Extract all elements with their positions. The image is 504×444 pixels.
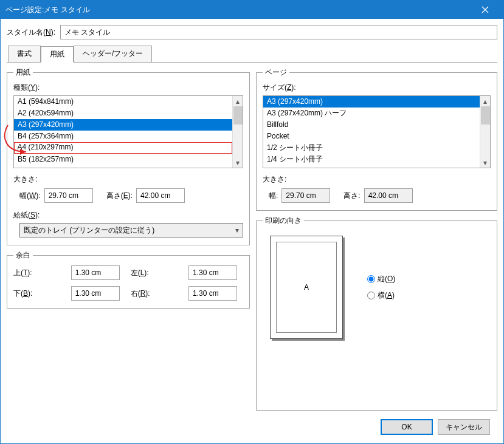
list-item[interactable]: A1 (594x841mm) (14, 96, 232, 108)
page-size-label: サイズ(Z): (263, 83, 491, 93)
orientation-legend: 印刷の向き (263, 216, 304, 226)
list-item[interactable]: A3 (297x420mm) (14, 119, 232, 131)
ok-button[interactable]: OK (381, 419, 433, 435)
margin-bottom-label: 下(B): (13, 289, 66, 299)
page-legend: ページ (263, 67, 289, 78)
page-width-label: 幅: (269, 191, 278, 201)
cancel-button[interactable]: キャンセル (438, 419, 490, 435)
portrait-label: 縦(O) (378, 274, 395, 284)
scrollbar[interactable]: ▴ ▾ (232, 96, 243, 168)
left-column: 用紙 種類(Y): A1 (594x841mm) A2 (420x594mm) … (7, 67, 250, 411)
page-width-input (281, 188, 330, 203)
close-button[interactable] (472, 1, 499, 19)
page-height-input (364, 188, 413, 203)
right-column: ページ サイズ(Z): A3 (297x420mm) A3 (297x420mm… (256, 67, 497, 411)
scroll-thumb[interactable] (233, 106, 243, 125)
list-item[interactable]: Pocket (263, 131, 480, 142)
list-item[interactable]: B5 (182x257mm) (14, 154, 232, 165)
style-name-row: スタイル名(N): (7, 25, 497, 39)
tab-strip: 書式 用紙 ヘッダー/フッター (7, 46, 497, 63)
paper-height-label: 高さ(E): (106, 191, 133, 201)
radio-input[interactable] (367, 292, 375, 299)
landscape-label: 横(A) (378, 290, 395, 301)
page-height-label: 高さ: (343, 191, 360, 201)
margin-bottom-input[interactable] (71, 286, 120, 301)
paper-height-input[interactable] (136, 188, 185, 203)
list-item[interactable]: A3 (297x420mm) (263, 96, 480, 108)
tab-paper[interactable]: 用紙 (41, 46, 74, 63)
list-item[interactable]: B4 (257x364mm) (14, 131, 232, 142)
paper-source-label: 給紙(S): (13, 210, 243, 220)
tab-format[interactable]: 書式 (8, 46, 41, 62)
orientation-group: 印刷の向き A 縦(O) 横(A) (256, 216, 497, 411)
paper-type-label: 種類(Y): (13, 83, 243, 93)
list-item[interactable]: 1/2 シート小冊子 (263, 142, 480, 154)
margin-right-input[interactable] (188, 286, 237, 301)
chevron-down-icon: ▾ (232, 224, 243, 237)
orientation-portrait-radio[interactable]: 縦(O) (367, 274, 395, 284)
margin-top-input[interactable] (71, 265, 120, 280)
scroll-up-icon[interactable]: ▴ (480, 96, 491, 106)
tab-content: 用紙 種類(Y): A1 (594x841mm) A2 (420x594mm) … (7, 67, 497, 411)
tab-headerfooter[interactable]: ヘッダー/フッター (74, 46, 152, 62)
paper-source-combo[interactable]: 既定のトレイ (プリンターの設定に従う) ▾ (19, 223, 243, 237)
orientation-preview: A (270, 236, 343, 339)
list-item[interactable]: A3 (297x420mm) ハーフ (263, 108, 480, 119)
margin-right-label: 右(R): (131, 289, 184, 299)
scroll-down-icon[interactable]: ▾ (480, 157, 491, 168)
margin-left-input[interactable] (188, 265, 237, 280)
margin-top-label: 上(T): (13, 268, 66, 278)
window-title: ページ設定:メモ スタイル (5, 5, 472, 15)
paper-type-listbox[interactable]: A1 (594x841mm) A2 (420x594mm) A3 (297x42… (13, 95, 243, 168)
list-item[interactable]: A2 (420x594mm) (14, 108, 232, 119)
paper-width-input[interactable] (44, 188, 93, 203)
paper-legend: 用紙 (13, 67, 33, 78)
margin-left-label: 左(L): (131, 268, 184, 278)
dialog-body: スタイル名(N): 書式 用紙 ヘッダー/フッター 用紙 種類(Y): A1 (… (1, 19, 503, 443)
scrollbar[interactable]: ▴ ▾ (480, 96, 490, 168)
scroll-up-icon[interactable]: ▴ (233, 96, 243, 106)
paper-group: 用紙 種類(Y): A1 (594x841mm) A2 (420x594mm) … (7, 67, 250, 245)
preview-letter: A (304, 283, 309, 292)
scroll-down-icon[interactable]: ▾ (233, 157, 243, 168)
radio-input[interactable] (367, 275, 375, 283)
titlebar: ページ設定:メモ スタイル (1, 1, 503, 19)
list-item[interactable]: Billfold (263, 119, 480, 131)
margins-group: 余白 上(T): 左(L): 下(B): 右(R): (7, 250, 250, 309)
paper-width-label: 幅(W): (19, 191, 41, 201)
list-item[interactable]: 1/4 シート小冊子 (263, 154, 480, 165)
page-size-listbox[interactable]: A3 (297x420mm) A3 (297x420mm) ハーフ Billfo… (263, 95, 491, 168)
page-group: ページ サイズ(Z): A3 (297x420mm) A3 (297x420mm… (256, 67, 497, 211)
close-icon (482, 6, 489, 13)
paper-source-value: 既定のトレイ (プリンターの設定に従う) (20, 224, 232, 237)
page-setup-dialog: ページ設定:メモ スタイル スタイル名(N): 書式 用紙 ヘッダー/フッター … (0, 0, 504, 444)
page-size-text: 大きさ: (263, 174, 491, 185)
margins-legend: 余白 (13, 250, 33, 261)
scroll-thumb[interactable] (481, 106, 490, 125)
style-name-input[interactable] (60, 25, 497, 39)
paper-size-label: 大きさ: (13, 174, 243, 185)
orientation-landscape-radio[interactable]: 横(A) (367, 290, 395, 301)
dialog-footer: OK キャンセル (7, 411, 497, 443)
list-item[interactable]: A4 (210x297mm) (14, 142, 232, 154)
style-name-label: スタイル名(N): (7, 27, 55, 38)
